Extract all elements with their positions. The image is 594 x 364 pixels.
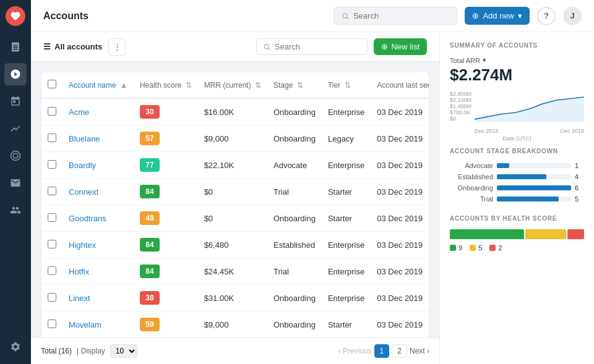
health-badge: 30 (140, 105, 160, 119)
row-checkbox[interactable] (48, 187, 56, 195)
last-seen-cell: 03 Dec 2019 (371, 152, 429, 179)
col-account-name[interactable]: Account name ▲ (62, 72, 134, 98)
all-accounts-button[interactable]: ☰ All accounts (43, 42, 102, 51)
sidebar-item-settings[interactable] (4, 336, 27, 358)
sort-arrow-icon: ▲ (120, 81, 127, 90)
account-link[interactable]: Bluelane (69, 134, 100, 143)
stage-cell: Established (267, 232, 322, 258)
select-all-header[interactable] (41, 72, 62, 98)
display-select[interactable]: 10 25 50 (110, 344, 137, 358)
topbar-search-box[interactable] (334, 7, 457, 25)
more-options-button[interactable]: ⋮ (108, 38, 126, 56)
tier-cell: Enterprise (322, 258, 371, 285)
row-checkbox[interactable] (48, 107, 56, 116)
row-checkbox[interactable] (48, 320, 56, 328)
tier-cell: Starter (322, 179, 371, 205)
sidebar-item-chart[interactable] (4, 117, 27, 140)
row-checkbox[interactable] (48, 266, 56, 275)
app-logo[interactable] (6, 6, 25, 26)
row-checkbox[interactable] (48, 240, 56, 248)
account-link[interactable]: Movelam (69, 320, 101, 329)
add-new-button[interactable]: ⊕ Add new ▾ (465, 7, 530, 25)
plus-icon: ⊕ (381, 42, 388, 51)
row-checkbox[interactable] (48, 213, 56, 222)
row-checkbox-cell[interactable] (41, 205, 62, 232)
sidebar-item-goals[interactable] (4, 145, 27, 167)
page-2-button[interactable]: 2 (392, 344, 407, 358)
mrr-cell: $0 (198, 205, 267, 232)
row-checkbox-cell[interactable] (41, 232, 62, 258)
last-seen-cell: 03 Dec 2019 (371, 205, 429, 232)
row-checkbox[interactable] (48, 160, 56, 169)
last-seen-cell: 03 Dec 2019 (371, 179, 429, 205)
right-panel: SUMMARY OF ACCOUNTS Total ARR ▾ $2.274M … (439, 32, 594, 364)
last-seen-cell: 03 Dec 2019 (371, 258, 429, 285)
legend-item: 5 (470, 244, 482, 252)
search-icon (342, 12, 350, 20)
account-link[interactable]: Linext (69, 294, 90, 303)
row-checkbox-cell[interactable] (41, 152, 62, 179)
last-seen-cell: 03 Dec 2019 (371, 98, 429, 125)
stage-count: 1 (575, 162, 584, 169)
account-link[interactable]: Hotfix (69, 267, 89, 276)
table-body: Acme 30 $16.00K Onboarding Enterprise 03… (41, 98, 429, 337)
account-link[interactable]: Connext (69, 187, 98, 197)
sidebar-item-book[interactable] (4, 36, 27, 58)
stage-label: Onboarding (450, 184, 493, 192)
chart-y-labels: $2.800M $2.100M $1.400M $700.0K $0 (450, 91, 471, 122)
legend-dot (489, 245, 496, 251)
account-link[interactable]: Goodtrans (69, 214, 106, 223)
stage-bar (497, 163, 509, 168)
table-row: Hightex 84 $6,480 Established Enterprise… (41, 232, 429, 258)
stage-cell: Onboarding (267, 311, 322, 338)
account-name-cell: Bluelane (62, 125, 134, 152)
health-badge: 84 (140, 185, 160, 198)
row-checkbox[interactable] (48, 133, 56, 142)
row-checkbox-cell[interactable] (41, 311, 62, 338)
sidebar-item-calendar[interactable] (4, 90, 27, 112)
col-mrr[interactable]: MRR (current) ⇅ (198, 72, 267, 98)
new-list-button[interactable]: ⊕ New list (374, 38, 427, 55)
legend-item: 9 (450, 244, 462, 252)
prev-button[interactable]: ‹ Previous (338, 347, 372, 355)
svg-point-0 (11, 151, 20, 161)
row-checkbox-cell[interactable] (41, 125, 62, 152)
tier-cell: Enterprise (322, 285, 371, 311)
account-link[interactable]: Hightex (69, 240, 96, 250)
avatar[interactable]: J (563, 7, 582, 25)
account-link[interactable]: Boardly (69, 161, 96, 170)
sidebar-item-person[interactable] (4, 199, 27, 221)
sort-arrow-icon: ⇅ (186, 81, 192, 90)
total-arr-label[interactable]: Total ARR ▾ (450, 56, 584, 64)
toolbar-search-box[interactable] (256, 38, 368, 55)
page-1-button[interactable]: 1 (374, 344, 390, 358)
row-checkbox-cell[interactable] (41, 258, 62, 285)
table-row: Hotfix 84 $24.45K Trial Enterprise 03 De… (41, 258, 429, 285)
sidebar-item-mail[interactable] (4, 172, 27, 194)
toolbar-search-input[interactable] (275, 42, 361, 51)
row-checkbox-cell[interactable] (41, 179, 62, 205)
toolbar-right: ⊕ New list (256, 38, 427, 55)
stage-breakdown-title: ACCOUNT STAGE BREAKDOWN (450, 148, 584, 154)
topbar-search-input[interactable] (353, 11, 449, 20)
accounts-table-container: Account name ▲ Health score ⇅ MRR (curre… (41, 72, 429, 337)
account-link[interactable]: Acme (69, 108, 89, 117)
col-health-score[interactable]: Health score ⇅ (134, 72, 198, 98)
pagination-pages: ‹ Previous 1 2 Next › (338, 344, 429, 358)
account-name-cell: Acme (62, 98, 134, 125)
tier-cell: Legacy (322, 125, 371, 152)
help-button[interactable]: ? (537, 7, 556, 25)
svg-line-5 (269, 48, 270, 50)
col-last-seen[interactable]: Account last seen ⇅ (371, 72, 429, 98)
table-area: ☰ All accounts ⋮ ⊕ New list (31, 32, 439, 364)
health-score-cell: 30 (134, 98, 198, 125)
col-stage[interactable]: Stage ⇅ (267, 72, 322, 98)
sidebar-item-accounts[interactable] (4, 63, 27, 85)
col-tier[interactable]: Tier ⇅ (322, 72, 371, 98)
row-checkbox-cell[interactable] (41, 285, 62, 311)
select-all-checkbox[interactable] (48, 80, 56, 88)
row-checkbox[interactable] (48, 293, 56, 302)
next-button[interactable]: Next › (410, 347, 429, 355)
row-checkbox-cell[interactable] (41, 98, 62, 125)
sidebar (0, 0, 31, 364)
